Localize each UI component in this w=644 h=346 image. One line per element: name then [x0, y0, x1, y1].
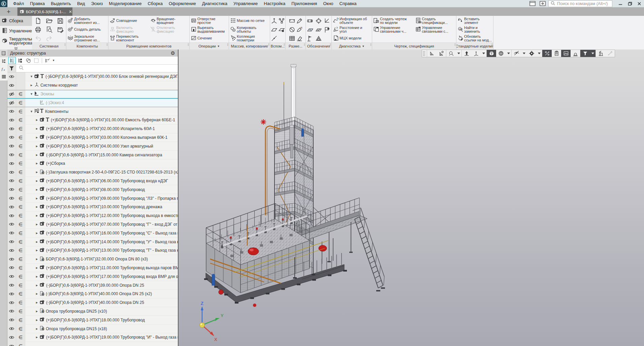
ribbon-item[interactable]: Отверстие простое	[190, 17, 229, 25]
vt-funnel-button[interactable]	[580, 50, 590, 57]
vt-hide-caret[interactable]	[521, 50, 527, 57]
vt-zoom-button[interactable]	[446, 50, 456, 57]
group-grip[interactable]: ⁞⁞	[370, 44, 371, 46]
tree-row-19[interactable]: ∈►(+)БОР(Г)0,6-3(60РД-1-УПХГ)16.00.000 Т…	[7, 229, 178, 238]
group-grip[interactable]: ⁞⁞	[491, 44, 492, 46]
expand-arrow[interactable]: ►	[35, 310, 39, 313]
tree-row-22[interactable]: ∈►2БОР(Г)0,6-3(60РД-1-УПХГ)32.00.000 Опо…	[7, 255, 178, 264]
group-grip[interactable]: ⁞⁞	[284, 44, 285, 46]
vt-triad-button[interactable]	[471, 50, 481, 57]
expand-arrow[interactable]: ►	[35, 179, 39, 183]
tree-toolbar-button-filter[interactable]	[43, 57, 51, 64]
filter-dropdown-caret[interactable]: ▼	[52, 59, 55, 62]
tree-row-14[interactable]: ∈►(+)БОР(Г)0,6-3(60РД-1-УПХГ)08.00.000 Т…	[7, 185, 178, 194]
tree-row-31[interactable]: ∈►(+)БОР(Г)0,6-3(60РД-1-УПХГ)19.00.000 Т…	[7, 333, 178, 342]
relation-icon[interactable]: ∈	[16, 99, 25, 107]
menu-item-7[interactable]: Сборка	[144, 0, 166, 7]
relation-icon[interactable]: ∈	[16, 324, 25, 333]
screen-settings-icon[interactable]	[538, 0, 547, 7]
expand-arrow[interactable]: ►	[35, 266, 39, 270]
tree-row-26[interactable]: ∈►2(-)БОР(Г)0,6-3(60РД-1-УПХГ)40.00.000 …	[7, 290, 178, 298]
visibility-eye-icon[interactable]	[7, 307, 16, 316]
visibility-eye-icon[interactable]	[7, 238, 16, 246]
tree-row-17[interactable]: ∈►(+)БОР(Г)0,6-3(60РД-1-УПХГ)12.00.000 Т…	[7, 212, 178, 220]
window-layout-icon[interactable]	[528, 0, 537, 7]
visibility-eye-icon[interactable]	[7, 72, 16, 81]
vt-dropper-button[interactable]	[605, 50, 615, 57]
panel-tab-checklist[interactable]	[0, 50, 7, 57]
relation-icon[interactable]: ∈	[16, 125, 25, 133]
visibility-eye-icon[interactable]	[7, 185, 16, 194]
ribbon-icon-trimark[interactable]	[315, 35, 323, 42]
new-tab-button[interactable]: +	[0, 7, 18, 16]
expand-arrow[interactable]: ►	[35, 231, 39, 235]
ribbon-icon-pencil2[interactable]: R	[296, 26, 303, 33]
vt-ucs2-button[interactable]	[437, 50, 446, 57]
tree-toolbar-button-select[interactable]	[32, 57, 40, 64]
visibility-eye-icon[interactable]	[7, 298, 16, 307]
relation-icon[interactable]: ∈	[16, 281, 25, 289]
ribbon-item[interactable]: Вставить элемент	[456, 17, 493, 25]
tree-row-13[interactable]: ∈►(+)БОР(Г)0,6-3(60РД-1-УПХГ)06.00.000 Т…	[7, 177, 178, 186]
ribbon-item[interactable]: Вырезать выдавливанием	[190, 25, 229, 34]
tree-row-1[interactable]: ▼(-)БОР(Г)0,6-3(60РД-1-УПХГ)00.00.000 Бл…	[7, 72, 178, 81]
ribbon-icon-eplane[interactable]: E	[306, 26, 315, 33]
ribbon-icon-nosign[interactable]	[288, 26, 296, 33]
ribbon-icon-plane2[interactable]	[278, 26, 285, 33]
ribbon-icon-print[interactable]	[32, 26, 43, 33]
group-grip[interactable]: ⁞⁞	[188, 44, 189, 46]
visibility-eye-icon[interactable]	[7, 125, 16, 133]
visibility-eye-icon[interactable]	[7, 151, 16, 159]
ribbon-icon-undo[interactable]	[32, 35, 43, 42]
visibility-eye-icon[interactable]	[7, 212, 16, 220]
vt-target-caret[interactable]	[536, 50, 542, 57]
expand-arrow[interactable]: ►	[35, 162, 39, 165]
mode-button-3[interactable]: Твердотельное моделирование	[0, 36, 32, 46]
tree-row-30[interactable]: ∈►2Опора трубопровода DN15 (x18)	[7, 324, 178, 333]
tree-toolbar-button-struct[interactable]	[16, 57, 24, 64]
vt-target-button[interactable]	[527, 50, 536, 57]
tree-row-18[interactable]: ∈►(+)БОР(Г)0,6-3(60РД-1-УПХГ)07.00.000 Т…	[7, 220, 178, 229]
tree-row-28[interactable]: ∈►2Опора трубопровода DN25 (x10)	[7, 307, 178, 316]
visibility-eye-icon[interactable]	[7, 281, 16, 289]
menu-item-11[interactable]: Настройка	[261, 0, 288, 7]
tree-row-25[interactable]: ∈►(-)БОР(Г)0,6-3(60РД-1-УПХГ)39.00.000 О…	[7, 281, 178, 290]
ribbon-icon-plane[interactable]	[270, 26, 278, 33]
vt-cube-button[interactable]	[487, 50, 496, 57]
visibility-eye-icon[interactable]	[7, 90, 16, 98]
tree-toolbar-button-copies[interactable]	[24, 57, 32, 64]
tree-row-29[interactable]: ∈►(+)БОР(Г)0,6-3(60РД-1-УПХГ)18.00.000 Т…	[7, 316, 178, 324]
expand-arrow[interactable]: ►	[35, 249, 39, 252]
ribbon-item[interactable]: МЦХ модели	[332, 34, 372, 42]
visibility-eye-icon[interactable]	[7, 177, 16, 185]
expand-arrow[interactable]: ►	[35, 127, 39, 130]
vt-column-button[interactable]	[596, 50, 605, 57]
relation-icon[interactable]: ∈	[16, 168, 25, 177]
ribbon-item[interactable]: Зеркальное отражение ко...	[66, 34, 108, 42]
visibility-eye-icon[interactable]	[7, 255, 16, 263]
ribbon-item[interactable]: Массив по сетке	[229, 17, 270, 25]
visibility-eye-icon[interactable]	[7, 220, 16, 229]
menu-item-1[interactable]: Файл	[10, 0, 27, 7]
visibility-eye-icon[interactable]	[7, 159, 16, 168]
visibility-eye-icon[interactable]	[7, 272, 16, 281]
relation-icon[interactable]: ∈	[16, 177, 25, 185]
ribbon-item[interactable]: Отключить фиксацию	[149, 25, 189, 34]
expand-arrow[interactable]: ►	[35, 327, 39, 331]
relation-icon[interactable]: ∈	[16, 220, 25, 229]
tree-row-20[interactable]: ∈►(+)БОР(Г)0,6-3(60РД-1-УПХГ)14.00.000 Т…	[7, 238, 178, 246]
tree-row-32[interactable]: ∈	[7, 342, 178, 346]
relation-icon[interactable]: ∈	[16, 272, 25, 281]
relation-icon[interactable]: ∈	[16, 133, 25, 142]
ribbon-icon-target[interactable]	[315, 18, 323, 24]
visibility-eye-icon[interactable]	[7, 342, 16, 346]
ribbon-item[interactable]: Создать чертеж по модели	[372, 17, 414, 25]
menu-item-10[interactable]: Управление	[230, 0, 261, 7]
ribbon-icon-save-as[interactable]	[55, 26, 66, 33]
vt-funnel-caret[interactable]	[590, 50, 595, 57]
expand-arrow[interactable]: ►	[35, 188, 39, 191]
ribbon-item[interactable]: Вращение- вращение	[149, 17, 189, 25]
expand-arrow[interactable]: ▼	[30, 75, 33, 78]
visibility-eye-icon[interactable]	[7, 133, 16, 142]
group-dropdown-caret[interactable]: ▼	[362, 45, 364, 48]
